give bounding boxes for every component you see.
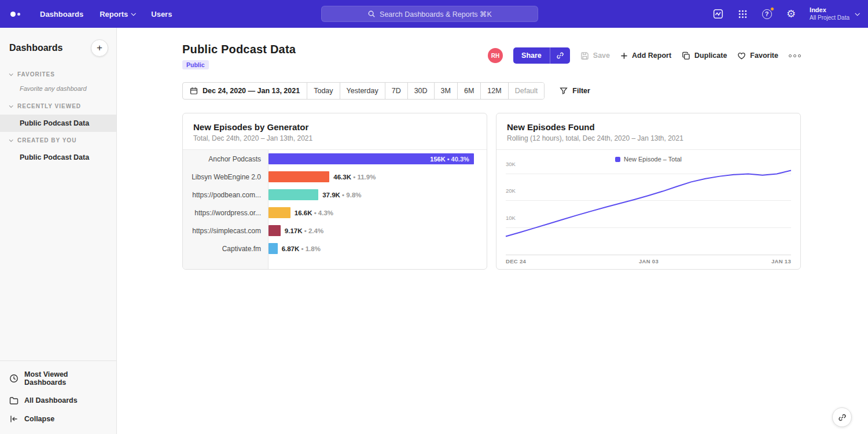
date-preset-6m[interactable]: 6M: [458, 83, 481, 99]
date-preset-default[interactable]: Default: [509, 83, 545, 99]
bar[interactable]: [269, 243, 278, 254]
more-options-button[interactable]: [789, 54, 801, 57]
section-created-label: CREATED BY YOU: [17, 137, 76, 144]
bar-value-label: 6.87K • 1.8%: [282, 245, 321, 252]
share-label[interactable]: Share: [513, 47, 550, 64]
nav-dashboards-label: Dashboards: [40, 10, 83, 19]
bar-track: 156K • 40.3%: [269, 150, 487, 168]
all-dashboards-button[interactable]: All Dashboards: [0, 391, 116, 410]
bar-track: 6.87K • 1.8%: [269, 240, 487, 258]
favorite-button[interactable]: Favorite: [737, 52, 778, 60]
bar[interactable]: [269, 171, 329, 182]
save-icon: [580, 52, 589, 60]
line-chart-title: New Episodes Found: [507, 122, 790, 132]
date-preset-12m[interactable]: 12M: [481, 83, 508, 99]
sidebar-item-public-podcast-data[interactable]: Public Podcast Data: [0, 115, 116, 132]
bar-row: https://wordpress.or...16.6K • 4.3%: [183, 204, 487, 222]
clock-icon: [9, 374, 19, 383]
add-report-button[interactable]: Add Report: [620, 52, 671, 60]
date-preset-3m[interactable]: 3M: [435, 83, 458, 99]
sidebar-title: Dashboards: [9, 43, 62, 53]
bar-row: Libsyn WebEngine 2.046.3K • 11.9%: [183, 168, 487, 186]
share-link-button[interactable]: [550, 47, 570, 64]
bar-chart-title: New Episodes by Generator: [193, 122, 476, 132]
bar[interactable]: [269, 225, 281, 236]
section-favorites[interactable]: FAVORITES: [0, 66, 116, 83]
link-icon: [838, 413, 847, 422]
line-series: [506, 166, 791, 255]
section-created-by-you[interactable]: CREATED BY YOU: [0, 132, 116, 149]
floating-link-button[interactable]: [832, 407, 852, 427]
date-preset-7d[interactable]: 7D: [385, 83, 408, 99]
collapse-sidebar-button[interactable]: Collapse: [0, 410, 116, 428]
bar[interactable]: [269, 189, 318, 200]
nav-users[interactable]: Users: [151, 10, 172, 19]
chart-legend: New Episode – Total: [506, 156, 791, 163]
activity-icon[interactable]: [712, 8, 724, 20]
bar-track: 46.3K • 11.9%: [269, 168, 487, 186]
filter-label: Filter: [572, 87, 590, 95]
project-switcher[interactable]: Index All Project Data: [810, 6, 859, 21]
question-mark-icon: ?: [762, 9, 772, 19]
logo-dot-icon: [17, 13, 20, 16]
section-recently-viewed[interactable]: RECENTLY VIEWED: [0, 98, 116, 115]
bar-chart-subtitle: Total, Dec 24th, 2020 – Jan 13th, 2021: [193, 134, 476, 142]
collapse-label: Collapse: [24, 415, 54, 423]
line-plot[interactable]: 10K20K30K: [506, 166, 791, 255]
folder-icon: [9, 396, 19, 405]
chevron-down-icon: [9, 138, 13, 142]
section-favorites-label: FAVORITES: [17, 71, 55, 78]
bar[interactable]: [269, 207, 290, 218]
bar-category-label: https://podbean.com...: [183, 186, 269, 204]
date-range-group: Dec 24, 2020 — Jan 13, 2021 TodayYesterd…: [182, 82, 545, 100]
add-dashboard-button[interactable]: +: [91, 39, 108, 57]
search-icon: [367, 10, 376, 18]
bar-value-label: 46.3K • 11.9%: [333, 174, 376, 181]
heart-icon: [737, 52, 746, 60]
duplicate-button[interactable]: Duplicate: [682, 52, 727, 60]
bar-category-label: Anchor Podcasts: [183, 150, 269, 168]
duplicate-label: Duplicate: [694, 52, 727, 60]
link-icon: [556, 52, 564, 60]
project-scope: All Project Data: [810, 14, 849, 22]
avatar[interactable]: RH: [488, 48, 503, 63]
sidebar: Dashboards + FAVORITES Favorite any dash…: [0, 28, 117, 434]
apps-grid-icon[interactable]: [737, 8, 748, 20]
nav-dashboards[interactable]: Dashboards: [40, 10, 83, 19]
bar-value-label: 156K • 40.3%: [430, 156, 469, 163]
bar-row: https://podbean.com...37.9K • 9.8%: [183, 186, 487, 204]
settings-icon[interactable]: ⚙: [785, 8, 797, 20]
help-icon[interactable]: ?: [761, 8, 773, 20]
share-button[interactable]: Share: [513, 47, 570, 64]
date-preset-yesterday[interactable]: Yesterday: [340, 83, 385, 99]
date-preset-today[interactable]: Today: [307, 83, 340, 99]
favorite-label: Favorite: [750, 52, 778, 60]
bar-value-label: 16.6K • 4.3%: [295, 209, 333, 216]
search-input[interactable]: Search Dashboards & Reports ⌘K: [321, 6, 538, 22]
save-button[interactable]: Save: [580, 52, 610, 60]
nav-reports[interactable]: Reports: [100, 10, 135, 19]
chevron-down-icon: [131, 11, 136, 16]
date-preset-30d[interactable]: 30D: [408, 83, 435, 99]
date-range-label: Dec 24, 2020 — Jan 13, 2021: [203, 87, 300, 95]
bar[interactable]: 156K • 40.3%: [269, 153, 474, 164]
page-title: Public Podcast Data: [182, 43, 296, 56]
bar-category-label: Captivate.fm: [183, 240, 269, 258]
funnel-icon: [560, 87, 568, 95]
bar-row: https://simplecast.com9.17K • 2.4%: [183, 222, 487, 240]
app-logo[interactable]: [10, 12, 20, 17]
most-viewed-dashboards-button[interactable]: Most Viewed Dashboards: [0, 366, 116, 391]
bar-chart-card: New Episodes by Generator Total, Dec 24t…: [182, 113, 487, 270]
notification-badge: [770, 7, 774, 11]
filter-button[interactable]: Filter: [560, 87, 590, 95]
plus-icon: [620, 52, 628, 60]
public-badge: Public: [182, 60, 209, 69]
section-recent-label: RECENTLY VIEWED: [17, 103, 81, 109]
sidebar-item-public-podcast-data[interactable]: Public Podcast Data: [0, 149, 116, 166]
bar-row: Anchor Podcasts156K • 40.3%: [183, 150, 487, 168]
calendar-icon: [190, 87, 198, 95]
gear-icon: ⚙: [786, 9, 796, 19]
most-viewed-label: Most Viewed Dashboards: [24, 370, 107, 387]
x-axis-labels: DEC 24JAN 03JAN 13: [506, 258, 791, 264]
date-range-picker[interactable]: Dec 24, 2020 — Jan 13, 2021: [183, 83, 307, 99]
